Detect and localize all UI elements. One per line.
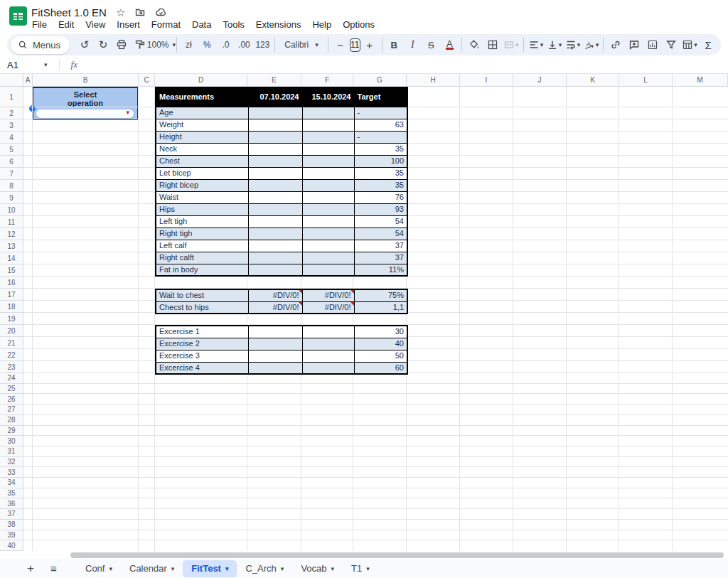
column-header-A[interactable]: A — [23, 73, 33, 87]
cell-target[interactable]: 54 — [354, 215, 407, 228]
menu-format[interactable]: Format — [146, 18, 186, 31]
cell-value[interactable]: #DIV/0! — [248, 301, 302, 314]
row-header-35[interactable]: 35 — [0, 488, 23, 499]
cell-value[interactable]: #DIV/0! — [302, 289, 354, 301]
row-header-27[interactable]: 27 — [0, 405, 23, 415]
row-header-18[interactable]: 18 — [0, 301, 23, 313]
cell-value[interactable] — [302, 362, 354, 374]
format-percent-button[interactable]: % — [198, 36, 215, 53]
menu-insert[interactable]: Insert — [111, 18, 146, 31]
row-header-34[interactable]: 34 — [0, 478, 23, 488]
functions-button[interactable]: Σ — [700, 36, 717, 53]
add-sheet-button[interactable]: + — [21, 560, 40, 577]
cell-value[interactable] — [302, 350, 354, 362]
decrease-font-size-button[interactable]: − — [332, 36, 349, 53]
borders-button[interactable] — [484, 36, 501, 53]
sheet-tab-calendar[interactable]: Calendar▾ — [121, 560, 183, 577]
cell-target[interactable]: 60 — [354, 362, 407, 374]
cell-value[interactable] — [302, 131, 354, 143]
star-icon[interactable]: ☆ — [116, 7, 125, 18]
redo-button[interactable]: ↻ — [95, 36, 112, 53]
paint-format-button[interactable] — [132, 36, 149, 53]
cell-label[interactable]: Chest — [156, 155, 248, 167]
undo-button[interactable]: ↺ — [76, 36, 93, 53]
cell-label[interactable]: Neck — [156, 143, 248, 155]
cell-target[interactable]: 100 — [354, 155, 407, 167]
cell-target[interactable]: 50 — [354, 350, 407, 362]
cell-target[interactable]: 40 — [354, 338, 407, 350]
cell-value[interactable] — [302, 338, 354, 350]
print-button[interactable] — [113, 36, 130, 53]
row-header-13[interactable]: 13 — [0, 240, 23, 252]
cell-value[interactable] — [248, 119, 302, 131]
increase-decimal-button[interactable]: .00 — [235, 36, 252, 53]
cell-value[interactable] — [248, 264, 302, 276]
row-header-32[interactable]: 32 — [0, 457, 23, 468]
search-menus-button[interactable]: Menus — [11, 36, 70, 54]
cell-value[interactable] — [302, 228, 354, 240]
font-family-select[interactable]: Calibri ▾ — [279, 36, 324, 53]
cell-target[interactable]: 37 — [354, 240, 407, 252]
cell-label[interactable]: Right bicep — [156, 179, 248, 191]
cell-value[interactable] — [248, 362, 302, 374]
column-header-C[interactable]: C — [139, 73, 155, 87]
cell-value[interactable] — [302, 155, 354, 167]
table-header-cell[interactable]: Measurements — [156, 87, 248, 107]
cloud-saved-icon[interactable] — [155, 6, 167, 18]
move-folder-icon[interactable] — [134, 6, 146, 18]
cell-value[interactable] — [302, 326, 354, 338]
grid-body[interactable]: Select operation ▾ Measurements07.10.202… — [23, 87, 728, 551]
cell-value[interactable] — [302, 107, 354, 119]
row-header-16[interactable]: 16 — [0, 277, 23, 289]
cell-value[interactable] — [248, 155, 302, 167]
row-header-38[interactable]: 38 — [0, 520, 23, 530]
row-header-24[interactable]: 24 — [0, 373, 23, 384]
cell-value[interactable] — [302, 143, 354, 155]
cell-label[interactable]: Waist — [156, 191, 248, 203]
row-header-2[interactable]: 2 — [0, 107, 23, 119]
row-header-21[interactable]: 21 — [0, 337, 23, 349]
column-header-B[interactable]: B — [33, 73, 139, 87]
column-header-J[interactable]: J — [513, 73, 567, 87]
column-header-H[interactable]: H — [407, 73, 460, 87]
cell-label[interactable]: Excercise 2 — [156, 338, 248, 350]
table-header-cell[interactable]: 15.10.2024 — [302, 87, 354, 107]
cell-target[interactable]: 54 — [354, 228, 407, 240]
column-header-F[interactable]: F — [301, 73, 353, 87]
cell-label[interactable]: Let bicep — [156, 167, 248, 179]
cell-target[interactable]: 75% — [354, 289, 407, 301]
row-header-12[interactable]: 12 — [0, 228, 23, 240]
vertical-align-button[interactable]: ▾ — [545, 36, 562, 53]
cell-value[interactable] — [302, 215, 354, 228]
row-header-26[interactable]: 26 — [0, 394, 23, 405]
cell-label[interactable]: Excercise 4 — [156, 362, 248, 374]
cell-value[interactable] — [248, 107, 302, 119]
zoom-select[interactable]: 100% ▾ — [150, 36, 173, 53]
cell-value[interactable] — [248, 240, 302, 252]
cell-label[interactable]: Right tigh — [156, 228, 248, 240]
cell-label[interactable]: Age — [156, 107, 248, 119]
column-header-M[interactable]: M — [673, 73, 728, 87]
cell-target[interactable]: 93 — [354, 203, 407, 215]
cell-target[interactable]: 1,1 — [354, 301, 407, 314]
cell-target[interactable]: 35 — [354, 167, 407, 179]
row-header-37[interactable]: 37 — [0, 509, 23, 520]
row-header-17[interactable]: 17 — [0, 289, 23, 301]
menu-edit[interactable]: Edit — [53, 18, 80, 31]
row-header-4[interactable]: 4 — [0, 132, 23, 144]
merge-cells-button[interactable]: ▾ — [503, 36, 520, 53]
row-header-31[interactable]: 31 — [0, 446, 23, 457]
number-format-button[interactable]: 123 — [254, 36, 271, 53]
operation-dropdown[interactable]: ▾ — [36, 109, 134, 118]
sheets-logo-icon[interactable] — [9, 6, 28, 26]
row-header-11[interactable]: 11 — [0, 216, 23, 228]
create-filter-button[interactable] — [663, 36, 680, 53]
column-header-K[interactable]: K — [567, 73, 619, 87]
cell-value[interactable] — [302, 203, 354, 215]
menu-view[interactable]: View — [80, 18, 111, 31]
row-header-3[interactable]: 3 — [0, 119, 23, 132]
row-header-33[interactable]: 33 — [0, 467, 23, 478]
cell-label[interactable]: Right calft — [156, 252, 248, 264]
cell-label[interactable]: Checst to hips — [156, 301, 248, 314]
cell-label[interactable]: Fat in body — [156, 264, 248, 276]
